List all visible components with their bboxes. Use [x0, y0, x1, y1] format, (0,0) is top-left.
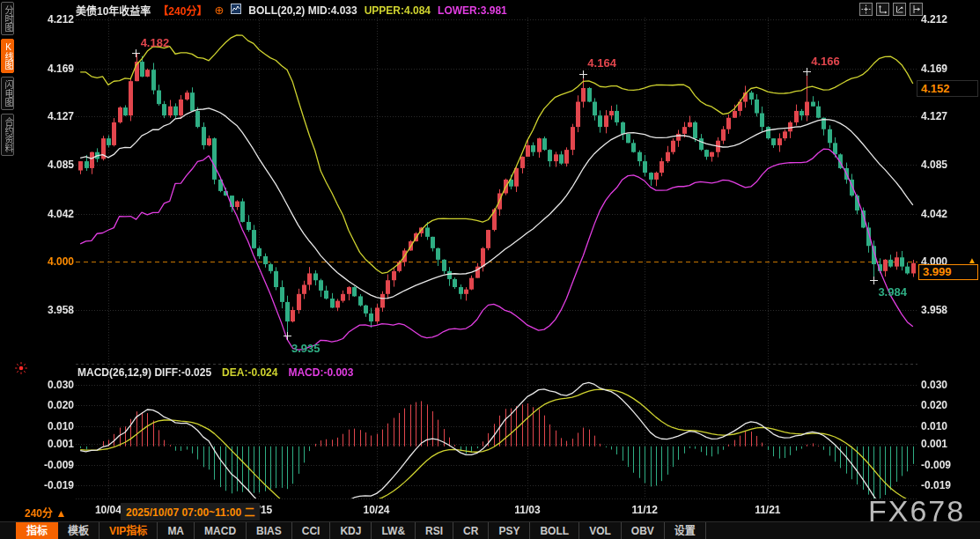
toolbar-item-11[interactable]: PSY [489, 522, 530, 539]
y-axis-label: 0.030 [921, 379, 962, 391]
toolbar-item-12[interactable]: BOLL [530, 522, 579, 539]
interval-arrow-icon: ▲ [55, 507, 66, 520]
toolbar-item-10[interactable]: CR [453, 522, 489, 539]
y-axis-label: -0.019 [33, 479, 74, 491]
y-axis-label: 0.001 [921, 438, 962, 450]
boll-lower-readout: LOWER:3.981 [438, 4, 507, 17]
y-axis-label: 4.085 [921, 159, 962, 171]
y-axis-label: 4.042 [33, 208, 74, 220]
sidebar-tab-kline-chart[interactable]: K线图 [1, 39, 14, 73]
toolbar-item-4[interactable]: MACD [195, 522, 247, 539]
y-axis-label: 4.169 [921, 63, 962, 75]
add-alert-icon[interactable]: ⊕ [214, 5, 224, 16]
macd-macd-readout: MACD:-0.003 [288, 366, 353, 379]
y-axis-label: -0.009 [33, 459, 74, 471]
chart-tool-icons [859, 3, 923, 16]
y-axis-label: 0.030 [33, 379, 74, 391]
toolbar-item-0[interactable]: 指标 [16, 522, 58, 539]
instrument-title: 美债10年收益率 [76, 3, 151, 18]
y-axis-label: 0.001 [33, 438, 74, 450]
extreme-marker-icon [579, 70, 587, 78]
x-axis-label: 11/21 [755, 504, 780, 516]
extreme-marker-icon [132, 49, 140, 57]
price-annotation: 4.182 [141, 36, 170, 49]
boll-mid-readout: BOLL(20,2) MID:4.033 [248, 4, 357, 17]
chart-type-sidebar: 分时图K线图闪电图合约资料 [1, 2, 14, 156]
extreme-marker-icon [284, 332, 291, 340]
last-price-tag: 4.152 [917, 80, 978, 97]
price-up-arrow-icon: ▲ [968, 255, 976, 265]
indicator-toolbar: 指标模板VIP指标MAMACDBIASCCIKDJLW&RSICRPSYBOLL… [0, 521, 980, 539]
y-axis-label: 0.010 [33, 420, 74, 432]
extreme-marker-icon [803, 68, 811, 76]
toolbar-item-9[interactable]: RSI [416, 522, 453, 539]
y-axis-label: 4.212 [33, 13, 74, 26]
macd-title: MACD(26,12,9) DIFF:-0.025 [77, 366, 211, 379]
toolbar-item-8[interactable]: LW& [372, 522, 416, 539]
y-axis-label: 4.127 [921, 110, 962, 122]
toolbar-item-5[interactable]: BIAS [247, 522, 292, 539]
boll-upper-readout: UPPER:4.084 [365, 4, 431, 17]
y-axis-label: 4.169 [33, 63, 74, 75]
y-axis-label: 4.000 [33, 255, 74, 268]
x-axis-label: 11/12 [631, 504, 657, 516]
x-axis-label: 11/03 [514, 504, 540, 516]
y-axis-label: 0.010 [921, 420, 962, 432]
macd-dea-readout: DEA:-0.024 [222, 366, 277, 379]
toolbar-item-13[interactable]: VOL [579, 522, 622, 539]
sidebar-tab-flash-chart[interactable]: 闪电图 [1, 77, 14, 110]
y-axis-label: 0.020 [33, 399, 74, 411]
y-axis-label: 4.212 [921, 13, 962, 26]
zoom-x-axis-icon[interactable] [893, 3, 906, 16]
alert-price-tag: 3.999 [918, 264, 978, 280]
macd-header: MACD(26,12,9) DIFF:-0.025 DEA:-0.024 MAC… [77, 366, 353, 379]
toolbar-item-14[interactable]: OBV [622, 522, 665, 539]
y-axis-label: -0.009 [921, 459, 962, 471]
sidebar-tab-contract-info[interactable]: 合约资料 [1, 114, 14, 156]
toolbar-item-6[interactable]: CCI [292, 522, 331, 539]
toolbar-item-2[interactable]: VIP指标 [99, 522, 158, 539]
mini-chart-icon [231, 4, 241, 17]
zoom-y-axis-icon[interactable] [876, 3, 889, 16]
move-crosshair-icon[interactable] [859, 3, 873, 16]
y-axis-label: 4.127 [33, 110, 74, 122]
x-axis-label: 10/04 [95, 504, 122, 516]
period-tag[interactable]: 【240分】 [158, 3, 207, 18]
toolbar-item-1[interactable]: 模板 [58, 522, 99, 539]
toolbar-item-3[interactable]: MA [158, 522, 195, 539]
y-axis-label: -0.019 [921, 479, 962, 491]
sidebar-tab-time-chart[interactable]: 分时图 [1, 2, 14, 35]
price-annotation: 4.164 [587, 56, 616, 70]
y-axis-label: 3.958 [921, 304, 962, 316]
y-axis-label: 4.042 [921, 208, 962, 220]
alert-marker-icon[interactable] [14, 361, 28, 379]
time-range-tooltip: 2025/10/07 07:00~11:00 二 [121, 503, 260, 521]
y-axis-label: 0.020 [921, 399, 962, 411]
x-axis-label: 10/24 [364, 504, 390, 516]
y-axis-label: 3.958 [33, 304, 74, 316]
chart-header: 美债10年收益率 【240分】 ⊕ BOLL(20,2) MID:4.033 U… [76, 3, 507, 18]
interval-selector[interactable]: 240分 ▲ [25, 505, 66, 520]
toolbar-item-7[interactable]: KDJ [330, 522, 372, 539]
y-axis-label: 4.085 [33, 159, 74, 171]
price-annotation: 3.935 [291, 342, 321, 355]
price-annotation: 3.984 [878, 285, 907, 299]
trading-app-window: 分时图K线图闪电图合约资料 美债10年收益率 【240分】 ⊕ BOLL(20,… [0, 0, 980, 539]
toolbar-item-15[interactable]: 设置 [665, 522, 706, 539]
extreme-marker-icon [870, 277, 878, 284]
price-annotation: 4.166 [811, 55, 840, 68]
chart-canvas[interactable] [0, 0, 980, 539]
